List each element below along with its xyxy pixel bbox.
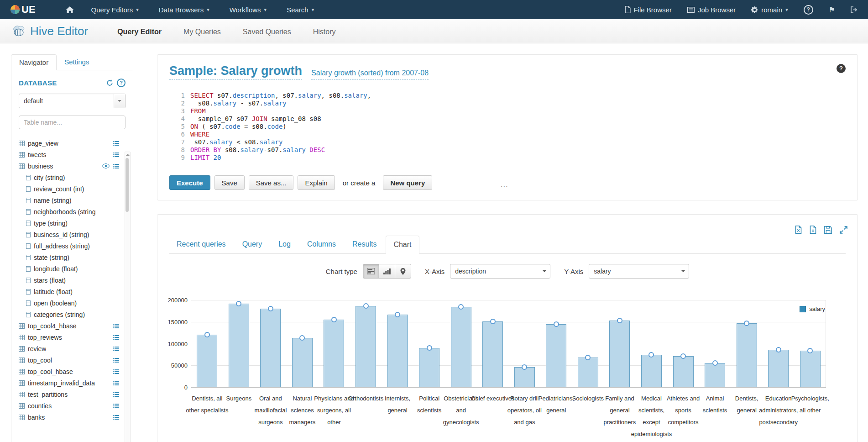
save-as-button[interactable]: Save as... bbox=[249, 175, 294, 190]
column-row[interactable]: city (string) bbox=[19, 172, 125, 183]
chart-bar[interactable] bbox=[609, 321, 630, 387]
table-row[interactable]: top_cool bbox=[19, 354, 125, 366]
chart-bar[interactable] bbox=[356, 306, 376, 387]
chart-bar[interactable] bbox=[800, 351, 821, 387]
chart-bar[interactable] bbox=[641, 355, 662, 387]
sql-editor[interactable]: 123456789 SELECT s07.description, s07.sa… bbox=[169, 92, 846, 162]
table-row[interactable]: test_partitions bbox=[19, 389, 125, 400]
table-row[interactable]: review bbox=[19, 343, 125, 354]
menu-search[interactable]: Search bbox=[287, 6, 314, 14]
column-row[interactable]: business_id (string) bbox=[19, 229, 125, 240]
column-row[interactable]: stars (float) bbox=[19, 274, 125, 286]
home-button[interactable] bbox=[66, 6, 74, 13]
tab-chart[interactable]: Chart bbox=[386, 236, 419, 254]
table-row[interactable]: page_view bbox=[19, 137, 125, 149]
database-help-icon[interactable] bbox=[117, 79, 125, 87]
tab-columns[interactable]: Columns bbox=[300, 236, 343, 253]
chart-bar[interactable] bbox=[229, 304, 249, 387]
column-row[interactable]: open (boolean) bbox=[19, 297, 125, 309]
table-row[interactable]: counties bbox=[19, 400, 125, 411]
browse-data-icon[interactable] bbox=[113, 415, 119, 420]
scrollbar-thumb[interactable] bbox=[125, 158, 129, 212]
chart-bar[interactable] bbox=[387, 315, 408, 387]
table-row[interactable]: tweets bbox=[19, 149, 125, 160]
menu-query-editors[interactable]: Query Editors bbox=[91, 6, 139, 14]
chart-bar[interactable] bbox=[451, 307, 471, 387]
execute-button[interactable]: Execute bbox=[169, 175, 210, 190]
explain-button[interactable]: Explain bbox=[298, 175, 335, 190]
browse-data-icon[interactable] bbox=[113, 335, 119, 340]
hive-editor-home-link[interactable]: Hive Editor bbox=[12, 24, 88, 38]
chart-bar[interactable] bbox=[197, 335, 217, 387]
column-row[interactable]: categories (string) bbox=[19, 309, 125, 320]
table-search-input[interactable] bbox=[19, 116, 125, 129]
file-browser-button[interactable]: File Browser bbox=[625, 6, 672, 14]
query-help-icon[interactable] bbox=[837, 64, 846, 73]
download-xls-icon[interactable] bbox=[795, 226, 802, 234]
save-results-icon[interactable] bbox=[824, 226, 832, 234]
tab-navigator[interactable]: Navigator bbox=[11, 54, 57, 70]
menu-workflows[interactable]: Workflows bbox=[230, 6, 267, 14]
chart-bar[interactable] bbox=[292, 338, 313, 387]
tab-results[interactable]: Results bbox=[345, 236, 384, 253]
tab-my-queries[interactable]: My Queries bbox=[183, 28, 221, 36]
help-icon[interactable] bbox=[804, 5, 813, 15]
chart-type-map-button[interactable] bbox=[395, 264, 411, 279]
column-row[interactable]: name (string) bbox=[19, 195, 125, 206]
column-row[interactable]: review_count (int) bbox=[19, 183, 125, 195]
column-row[interactable]: type (string) bbox=[19, 217, 125, 229]
query-subtitle-link[interactable]: Salary growth (sorted) from 2007-08 bbox=[311, 69, 429, 80]
query-title[interactable]: Sample: Salary growth bbox=[169, 64, 302, 80]
chart-bar[interactable] bbox=[546, 324, 566, 387]
table-row[interactable]: top_cool_hbase bbox=[19, 366, 125, 377]
tab-history[interactable]: History bbox=[313, 28, 336, 36]
chart-bar[interactable] bbox=[768, 350, 789, 387]
refresh-icon[interactable] bbox=[106, 79, 113, 86]
chart-bar[interactable] bbox=[737, 323, 757, 387]
browse-data-icon[interactable] bbox=[113, 403, 119, 409]
browse-data-icon[interactable] bbox=[113, 369, 119, 374]
chart-type-column-button[interactable] bbox=[379, 264, 395, 279]
chart-bar[interactable] bbox=[419, 348, 439, 387]
user-menu[interactable]: romain bbox=[751, 6, 788, 14]
browse-data-icon[interactable] bbox=[113, 141, 119, 146]
tab-log[interactable]: Log bbox=[271, 236, 298, 253]
column-row[interactable]: full_address (string) bbox=[19, 240, 125, 252]
browse-data-icon[interactable] bbox=[113, 346, 119, 352]
browse-data-icon[interactable] bbox=[113, 323, 119, 329]
chart-bar[interactable] bbox=[324, 320, 344, 387]
chart-bar[interactable] bbox=[578, 358, 598, 387]
menu-data-browsers[interactable]: Data Browsers bbox=[159, 6, 209, 14]
scroll-up-button[interactable] bbox=[125, 152, 130, 157]
resize-grip[interactable]: ... bbox=[501, 180, 508, 189]
save-button[interactable]: Save bbox=[214, 175, 245, 190]
y-axis-select[interactable]: salary bbox=[589, 264, 689, 279]
table-row[interactable]: banks bbox=[19, 411, 125, 423]
chart-bar[interactable] bbox=[705, 363, 725, 387]
browse-data-icon[interactable] bbox=[113, 163, 119, 169]
tab-saved-queries[interactable]: Saved Queries bbox=[243, 28, 291, 36]
column-row[interactable]: latitude (float) bbox=[19, 286, 125, 297]
browse-data-icon[interactable] bbox=[113, 380, 119, 386]
chart-bar[interactable] bbox=[673, 356, 694, 387]
logout-button[interactable] bbox=[851, 6, 858, 13]
browse-data-icon[interactable] bbox=[113, 358, 119, 363]
sidebar-scrollbar[interactable] bbox=[125, 152, 131, 442]
chart-legend[interactable]: salary bbox=[800, 305, 825, 312]
job-browser-button[interactable]: Job Browser bbox=[687, 6, 736, 14]
chart-type-bar-button[interactable] bbox=[363, 264, 379, 279]
tab-query[interactable]: Query bbox=[235, 236, 270, 253]
tab-recent-queries[interactable]: Recent queries bbox=[169, 236, 233, 253]
flag-icon[interactable] bbox=[829, 5, 835, 14]
new-query-button[interactable]: New query bbox=[383, 175, 432, 190]
database-select[interactable]: default bbox=[19, 94, 125, 108]
chart-bar[interactable] bbox=[514, 367, 535, 387]
table-row[interactable]: timestamp_invalid_data bbox=[19, 377, 125, 389]
column-row[interactable]: neighborhoods (string bbox=[19, 206, 125, 217]
table-row[interactable]: business bbox=[19, 160, 125, 172]
chart-bar[interactable] bbox=[482, 321, 503, 387]
column-row[interactable]: state (string) bbox=[19, 252, 125, 263]
column-row[interactable]: longitude (float) bbox=[19, 263, 125, 274]
download-csv-icon[interactable] bbox=[810, 226, 816, 234]
eye-icon[interactable] bbox=[102, 163, 110, 168]
